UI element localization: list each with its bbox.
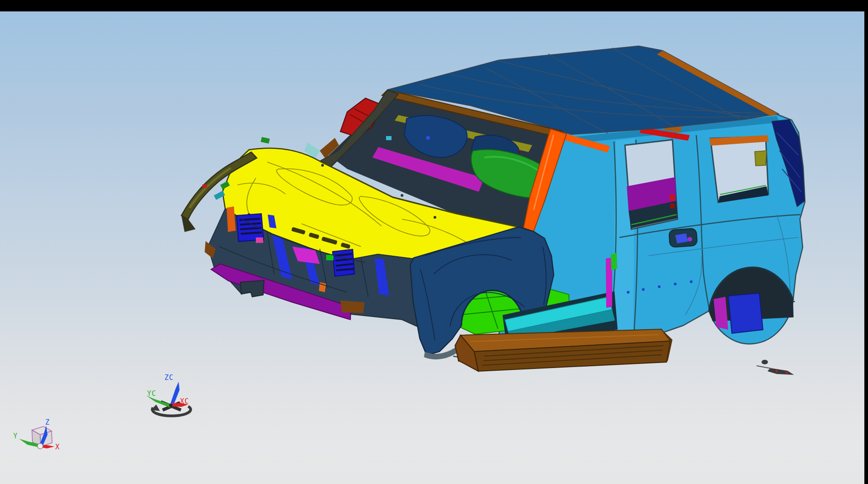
- top-bar: [0, 0, 868, 11]
- debris-red-dot1: [776, 370, 778, 373]
- view-z-label: Z: [45, 418, 50, 426]
- rail-red-bit[interactable]: [202, 184, 207, 188]
- wcs-origin[interactable]: [169, 404, 173, 407]
- carrier-pink-bit[interactable]: [256, 237, 263, 243]
- debris-red-dot2: [786, 372, 788, 374]
- view-origin-sphere[interactable]: [37, 443, 43, 449]
- window-red-bit1[interactable]: [670, 195, 675, 201]
- bumper-brown-piece[interactable]: [340, 300, 365, 313]
- debris-small[interactable]: [762, 360, 768, 364]
- graphics-viewport[interactable]: ZC YC XC Z Y X: [0, 11, 864, 484]
- wcs-z-label: ZC: [164, 374, 174, 382]
- side-step-assembly[interactable]: [455, 329, 672, 371]
- view-x-label: X: [55, 443, 60, 451]
- debris-line: [757, 366, 771, 368]
- radiator-slot-panel-right[interactable]: [333, 249, 355, 276]
- view-y-label: Y: [13, 432, 18, 440]
- wcs-triad[interactable]: ZC YC XC: [146, 374, 191, 416]
- debris-long[interactable]: [767, 368, 794, 375]
- wcs-y-label: YC: [147, 389, 156, 398]
- cyan-bit[interactable]: [386, 136, 392, 140]
- right-edge-bar: [864, 0, 868, 484]
- carrier-green-bit[interactable]: [326, 255, 333, 260]
- application-window: ZC YC XC Z Y X: [0, 0, 868, 484]
- rear-arch-blue-part[interactable]: [728, 293, 763, 333]
- sill-green-strip[interactable]: [611, 253, 617, 270]
- debris-fragments[interactable]: [757, 360, 794, 375]
- quarter-window-olive-bracket[interactable]: [755, 151, 767, 166]
- cowl-green-bit[interactable]: [261, 137, 270, 144]
- 3d-canvas[interactable]: ZC YC XC Z Y X: [0, 11, 864, 484]
- wcs-x-label: XC: [180, 397, 189, 405]
- radiator-slot-panel-left[interactable]: [237, 214, 264, 242]
- door-handle-recess[interactable]: [669, 228, 698, 247]
- view-triad[interactable]: Z Y X: [13, 418, 60, 451]
- lower-dark-block[interactable]: [240, 280, 264, 297]
- blue-bit[interactable]: [426, 136, 430, 140]
- window-red-bit2[interactable]: [670, 204, 675, 208]
